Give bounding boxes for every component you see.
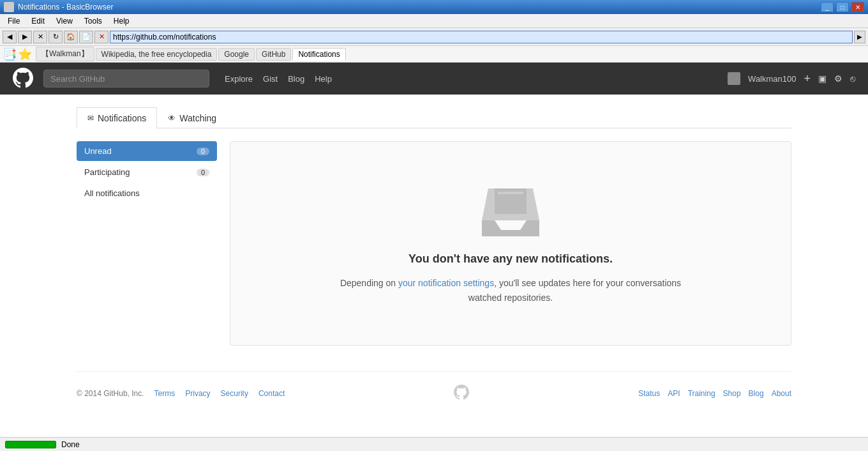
header-right: Walkman100 + ▣ ⚙ ⎋: [728, 72, 855, 86]
home-button[interactable]: 🏠: [64, 31, 78, 43]
page-tabs: ✉ Notifications 👁 Watching: [77, 107, 791, 128]
menu-tools[interactable]: Tools: [79, 15, 107, 27]
sidebar-item-unread[interactable]: Unread 0: [77, 141, 217, 161]
svg-rect-3: [498, 192, 523, 194]
menu-file[interactable]: File: [3, 15, 25, 27]
bookmarks-icon[interactable]: 📑: [3, 47, 17, 61]
bookmark-star-button[interactable]: ✕: [94, 31, 108, 43]
empty-state-title: You don't have any new notifications.: [408, 252, 613, 266]
gear-icon[interactable]: ⚙: [834, 73, 842, 84]
footer-github-logo: [454, 385, 469, 400]
bookmark-github[interactable]: GitHub: [256, 48, 291, 61]
refresh-button[interactable]: ↻: [49, 31, 63, 43]
forward-button[interactable]: ▶: [18, 31, 32, 43]
user-avatar: [728, 72, 740, 85]
footer-about[interactable]: About: [772, 389, 791, 398]
window-title: Notifications - BasicBrowser: [18, 3, 113, 11]
notifications-tab-label: Notifications: [98, 113, 146, 123]
footer-api[interactable]: API: [668, 389, 680, 398]
github-page: Explore Gist Blog Help Walkman100 + ▣ ⚙ …: [0, 63, 868, 437]
title-bar: Notifications - BasicBrowser _ □ ✕: [0, 0, 868, 14]
svg-marker-0: [482, 220, 539, 236]
watching-tab-label: Watching: [179, 113, 216, 123]
menu-bar: File Edit View Tools Help: [0, 14, 868, 28]
sidebar-item-participating[interactable]: Participating 0: [77, 162, 217, 182]
footer-contact[interactable]: Contact: [258, 389, 285, 398]
empty-desc-before: Depending on: [340, 278, 398, 288]
footer-shop[interactable]: Shop: [723, 389, 741, 398]
tab-watching[interactable]: 👁 Watching: [157, 107, 227, 128]
bookmark-wikipedia[interactable]: Wikipedia, the free encyclopedia: [96, 48, 218, 61]
bookmark-walkman[interactable]: 【Walkman】: [36, 47, 94, 61]
progress-bar: [5, 441, 56, 448]
footer-terms[interactable]: Terms: [154, 389, 176, 398]
sidebar-item-all[interactable]: All notifications: [77, 183, 217, 203]
footer-blog[interactable]: Blog: [749, 389, 764, 398]
nav-bar: ◀ ▶ ✕ ↻ 🏠 📄 ✕ ▶: [0, 28, 868, 46]
sidebar-item-participating-label: Participating: [84, 167, 130, 177]
unread-badge: 0: [197, 148, 209, 155]
empty-desc-after: , you'll see updates here for your conve…: [468, 278, 681, 302]
participating-badge: 0: [197, 169, 209, 176]
window-controls: _ □ ✕: [821, 2, 864, 12]
empty-state-description: Depending on your notification settings,…: [340, 276, 681, 305]
github-header: Explore Gist Blog Help Walkman100 + ▣ ⚙ …: [0, 63, 868, 95]
back-button[interactable]: ◀: [3, 31, 17, 43]
status-bar: Done: [0, 437, 868, 451]
tab-notifications[interactable]: ✉ Notifications: [77, 107, 157, 128]
app-icon: [4, 2, 14, 12]
github-logo[interactable]: [13, 68, 33, 90]
watching-tab-icon: 👁: [168, 114, 176, 123]
minimize-button[interactable]: _: [821, 2, 834, 12]
bookmarks-star-icon[interactable]: ⭐: [18, 47, 32, 61]
tv-icon[interactable]: ▣: [818, 73, 827, 84]
footer-right: Status API Training Shop Blog About: [638, 389, 791, 398]
notifications-tab-icon: ✉: [87, 114, 94, 123]
menu-view[interactable]: View: [51, 15, 78, 27]
footer-security[interactable]: Security: [221, 389, 248, 398]
nav-explore[interactable]: Explore: [225, 74, 253, 84]
sidebar-item-all-label: All notifications: [84, 188, 140, 198]
copyright-text: © 2014 GitHub, Inc.: [77, 389, 144, 398]
bookmarks-bar: 📑 ⭐ 【Walkman】 Wikipedia, the free encycl…: [0, 46, 868, 63]
close-button[interactable]: ✕: [851, 2, 864, 12]
notification-settings-link[interactable]: your notification settings: [398, 278, 494, 288]
bookmark-google[interactable]: Google: [218, 48, 255, 61]
page-content: ✉ Notifications 👁 Watching Unread 0 Part…: [64, 95, 804, 427]
menu-help[interactable]: Help: [108, 15, 135, 27]
github-search[interactable]: [43, 70, 209, 88]
nav-help[interactable]: Help: [315, 74, 332, 84]
stop-button[interactable]: ✕: [33, 31, 47, 43]
footer-training[interactable]: Training: [688, 389, 715, 398]
footer-left: © 2014 GitHub, Inc. Terms Privacy Securi…: [77, 389, 285, 398]
maximize-button[interactable]: □: [836, 2, 849, 12]
page-footer: © 2014 GitHub, Inc. Terms Privacy Securi…: [77, 371, 791, 415]
empty-inbox-icon: [475, 182, 546, 240]
sidebar-item-unread-label: Unread: [84, 146, 112, 156]
signout-icon[interactable]: ⎋: [850, 73, 855, 84]
nav-gist[interactable]: Gist: [263, 74, 278, 84]
footer-logo-container: [454, 385, 469, 402]
footer-status[interactable]: Status: [638, 389, 660, 398]
status-text: Done: [61, 440, 80, 449]
address-bar[interactable]: [110, 31, 853, 43]
nav-blog[interactable]: Blog: [288, 74, 304, 84]
username-label[interactable]: Walkman100: [748, 74, 796, 84]
menu-edit[interactable]: Edit: [26, 15, 50, 27]
main-layout: Unread 0 Participating 0 All notificatio…: [77, 141, 791, 346]
bookmark-page-button[interactable]: 📄: [79, 31, 93, 43]
sidebar: Unread 0 Participating 0 All notificatio…: [77, 141, 217, 346]
github-nav: Explore Gist Blog Help: [225, 74, 332, 84]
plus-icon[interactable]: +: [804, 72, 811, 86]
bookmark-notifications[interactable]: Notifications: [292, 48, 345, 61]
go-button[interactable]: ▶: [854, 31, 865, 43]
footer-privacy[interactable]: Privacy: [185, 389, 210, 398]
notification-content-area: You don't have any new notifications. De…: [230, 141, 791, 346]
